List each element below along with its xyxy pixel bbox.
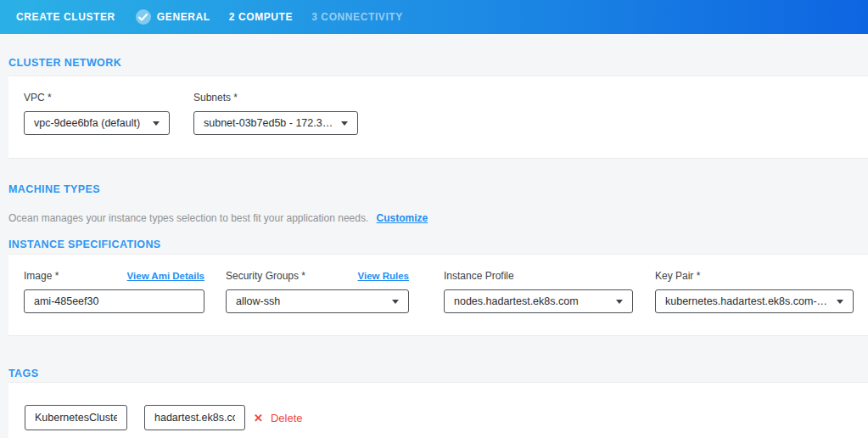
check-circle-icon	[136, 9, 151, 25]
instance-profile-select[interactable]: nodes.hadartest.ek8s.com	[444, 289, 633, 313]
key-pair-select[interactable]: kubernetes.hadartest.ek8s.com-39:84:a5:9…	[655, 289, 854, 313]
delete-tag-button[interactable]: ✕ Delete	[254, 412, 302, 424]
machine-types-description: Ocean manages your instance types select…	[8, 212, 868, 224]
vpc-label: VPC *	[24, 92, 52, 104]
tag-value-input[interactable]	[144, 405, 245, 430]
cluster-network-card: VPC * vpc-9dee6bfa (default) Subnets * s…	[8, 76, 868, 159]
section-title-cluster-network: CLUSTER NETWORK	[8, 57, 868, 69]
security-groups-label: Security Groups *	[226, 270, 305, 282]
image-input[interactable]	[24, 289, 204, 313]
machine-types-description-text: Ocean manages your instance types select…	[8, 212, 368, 224]
image-label: Image *	[24, 270, 59, 282]
vpc-select[interactable]: vpc-9dee6bfa (default)	[24, 111, 170, 135]
subnets-field: Subnets * subnet-03b7ed5b - 172.31.0.0/2…	[193, 92, 358, 135]
tags-card: ✕ Delete	[8, 382, 868, 438]
section-title-tags: TAGS	[8, 368, 868, 379]
tab-general[interactable]: GENERAL	[136, 9, 210, 25]
instance-profile-field: Instance Profile nodes.hadartest.ek8s.co…	[444, 270, 633, 313]
caret-down-icon	[341, 121, 348, 126]
security-groups-selected-value: allow-ssh	[236, 295, 287, 307]
instance-profile-selected-value: nodes.hadartest.ek8s.com	[454, 295, 585, 307]
section-title-machine-types: MACHINE TYPES	[8, 183, 868, 195]
instance-profile-label: Instance Profile	[444, 270, 514, 282]
subnets-select[interactable]: subnet-03b7ed5b - 172.31.0.0/20 ...	[193, 111, 358, 135]
tab-connectivity-label: 3 CONNECTIVITY	[311, 11, 403, 23]
caret-down-icon	[837, 300, 843, 304]
caret-down-icon	[616, 300, 623, 304]
subnets-selected-value: subnet-03b7ed5b - 172.31.0.0/20 ...	[204, 117, 341, 129]
view-ami-details-link[interactable]: View Ami Details	[127, 271, 204, 281]
vpc-selected-value: vpc-9dee6bfa (default)	[34, 117, 147, 129]
key-pair-selected-value: kubernetes.hadartest.ek8s.com-39:84:a5:9…	[665, 295, 837, 307]
tab-connectivity[interactable]: 3 CONNECTIVITY	[311, 11, 403, 23]
security-groups-select[interactable]: allow-ssh	[226, 289, 409, 313]
section-title-instance-specifications: INSTANCE SPECIFICATIONS	[8, 239, 868, 250]
key-pair-label: Key Pair *	[655, 270, 700, 282]
page-title: CREATE CLUSTER	[16, 11, 115, 23]
caret-down-icon	[153, 121, 160, 126]
delete-tag-label: Delete	[271, 412, 303, 424]
caret-down-icon	[392, 300, 399, 304]
security-groups-field: Security Groups * View Rules allow-ssh	[226, 270, 409, 313]
tab-general-label: GENERAL	[157, 11, 210, 23]
view-rules-link[interactable]: View Rules	[357, 271, 409, 281]
tag-key-input[interactable]	[25, 405, 127, 430]
vpc-field: VPC * vpc-9dee6bfa (default)	[24, 92, 170, 135]
tab-compute-label: 2 COMPUTE	[229, 11, 293, 23]
image-field: Image * View Ami Details	[24, 270, 204, 313]
tag-row: ✕ Delete	[25, 405, 868, 430]
customize-link[interactable]: Customize	[377, 212, 428, 224]
wizard-header: CREATE CLUSTER GENERAL 2 COMPUTE 3 CONNE…	[0, 0, 868, 34]
tab-compute[interactable]: 2 COMPUTE	[229, 11, 293, 23]
instance-specifications-card: Image * View Ami Details Security Groups…	[8, 254, 868, 336]
key-pair-field: Key Pair * kubernetes.hadartest.ek8s.com…	[655, 270, 854, 313]
subnets-label: Subnets *	[193, 92, 238, 104]
delete-x-icon: ✕	[254, 412, 263, 424]
